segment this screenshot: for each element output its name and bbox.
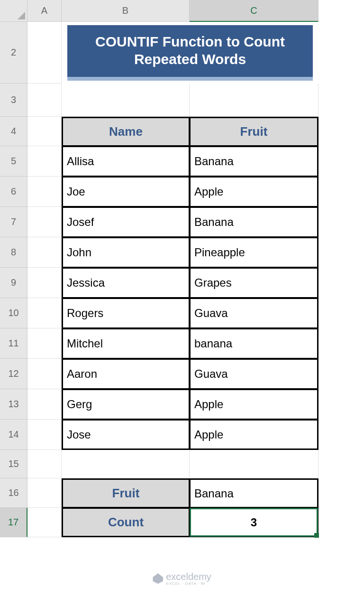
title-merged-cell[interactable]: COUNTIF Function to Count Repeated Words [62,22,318,84]
table-row[interactable]: Mitchel [62,328,190,359]
table-row[interactable]: Allisa [62,146,190,177]
row-header-8[interactable]: 8 [0,237,27,268]
row-header-16[interactable]: 16 [0,478,27,508]
summary-fruit-label[interactable]: Fruit [62,478,190,508]
cell-a16[interactable] [27,478,62,508]
table-row[interactable]: Pineapple [190,237,318,268]
row-header-9[interactable]: 9 [0,268,27,298]
cell-a3[interactable] [27,84,62,117]
watermark-logo-icon [153,573,163,584]
table-row[interactable]: Rogers [62,298,190,328]
select-all-corner[interactable] [0,0,27,22]
table-row[interactable]: Apple [190,420,318,450]
table-row[interactable]: Gerg [62,389,190,420]
cell-a9[interactable] [27,268,62,298]
row-header-3[interactable]: 3 [0,84,27,117]
col-header-a[interactable]: A [27,0,62,22]
row-header-10[interactable]: 10 [0,298,27,328]
cell-a11[interactable] [27,328,62,359]
summary-count-value[interactable]: 3 [190,508,318,537]
table-header-fruit[interactable]: Fruit [190,117,318,146]
table-row[interactable]: Aaron [62,359,190,389]
table-header-name[interactable]: Name [62,117,190,146]
table-row[interactable]: Joe [62,177,190,207]
cell-a12[interactable] [27,359,62,389]
count-text: 3 [251,516,257,529]
summary-count-label[interactable]: Count [62,508,190,537]
table-row[interactable]: Grapes [190,268,318,298]
table-row[interactable]: Josef [62,207,190,237]
watermark-brand: exceldemy [166,571,211,582]
row-header-11[interactable]: 11 [0,328,27,359]
table-row[interactable]: Guava [190,359,318,389]
cell-b3[interactable] [62,84,190,117]
row-header-15[interactable]: 15 [0,450,27,478]
table-row[interactable]: Apple [190,177,318,207]
table-row[interactable]: Jessica [62,268,190,298]
row-header-2[interactable]: 2 [0,22,27,84]
row-header-14[interactable]: 14 [0,420,27,450]
table-row[interactable]: Jose [62,420,190,450]
cell-a6[interactable] [27,177,62,207]
cell-b15[interactable] [62,450,190,478]
table-row[interactable]: Guava [190,298,318,328]
row-header-4[interactable]: 4 [0,117,27,146]
cell-c15[interactable] [190,450,318,478]
row-header-7[interactable]: 7 [0,207,27,237]
fill-handle[interactable] [314,533,319,538]
summary-fruit-value[interactable]: Banana [190,478,318,508]
cell-a7[interactable] [27,207,62,237]
row-header-6[interactable]: 6 [0,177,27,207]
page-title: COUNTIF Function to Count Repeated Words [67,25,313,81]
row-header-17[interactable]: 17 [0,508,27,537]
row-header-5[interactable]: 5 [0,146,27,177]
cell-c3[interactable] [190,84,318,117]
cell-a13[interactable] [27,389,62,420]
cell-a2[interactable] [27,22,62,84]
row-header-13[interactable]: 13 [0,389,27,420]
watermark: exceldemy EXCEL · DATA · BI [153,571,211,586]
cell-a5[interactable] [27,146,62,177]
row-header-12[interactable]: 12 [0,359,27,389]
table-row[interactable]: John [62,237,190,268]
table-row[interactable]: Apple [190,389,318,420]
cell-a8[interactable] [27,237,62,268]
watermark-tagline: EXCEL · DATA · BI [166,581,211,586]
col-header-c[interactable]: C [190,0,318,22]
col-header-b[interactable]: B [62,0,190,22]
spreadsheet-grid: A B C 2 COUNTIF Function to Count Repeat… [0,0,364,537]
cell-a17[interactable] [27,508,62,537]
cell-a4[interactable] [27,117,62,146]
table-row[interactable]: Banana [190,207,318,237]
cell-a10[interactable] [27,298,62,328]
table-row[interactable]: Banana [190,146,318,177]
cell-a15[interactable] [27,450,62,478]
cell-a14[interactable] [27,420,62,450]
table-row[interactable]: banana [190,328,318,359]
